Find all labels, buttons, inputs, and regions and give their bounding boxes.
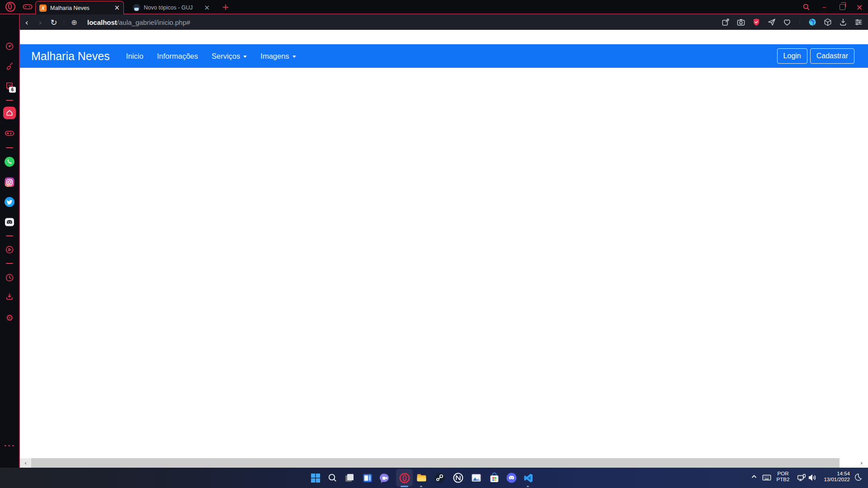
sidebar-divider (6, 263, 13, 264)
language-line2: PTB2 (777, 477, 790, 483)
opera-active-indicator (401, 486, 408, 487)
login-button[interactable]: Login (777, 48, 807, 64)
blue-sphere-extension-icon[interactable] (807, 17, 817, 27)
tab-strip: X Malharia Neves × Novo tópicos - GUJ × … (0, 0, 868, 14)
whatsapp-icon[interactable] (4, 156, 15, 167)
snapshot-camera-icon[interactable] (736, 17, 746, 27)
scroll-left-button[interactable]: ‹ (20, 458, 31, 468)
sidebar-divider (6, 235, 13, 236)
file-explorer-icon[interactable] (415, 472, 428, 484)
sidebar-divider (6, 147, 13, 148)
minimize-window-button[interactable]: – (816, 0, 832, 14)
discord-taskbar-icon[interactable] (505, 472, 518, 484)
downloads-sidebar-icon[interactable] (5, 292, 14, 301)
restore-icon (840, 4, 845, 10)
nav-link-label: Imagens (260, 52, 289, 61)
browser-tab-active[interactable]: X Malharia Neves × (35, 1, 124, 14)
toolbar-actions: ⋮ (721, 14, 863, 30)
windows-taskbar: POR PTB2 14:54 13/01/2022 (0, 468, 868, 488)
focus-assist-moon-icon[interactable] (853, 473, 863, 482)
microsoft-store-icon[interactable] (488, 472, 500, 484)
instagram-icon[interactable] (4, 177, 15, 188)
nav-dropdown-servicos[interactable]: Serviços (212, 52, 247, 61)
forward-button[interactable]: › (33, 18, 47, 27)
nav-links: Inicio Informações Serviços Imagens (126, 52, 296, 61)
scroll-right-button[interactable]: › (856, 458, 867, 468)
discord-sidebar-icon[interactable] (4, 217, 15, 228)
touch-keyboard-icon[interactable] (761, 473, 773, 483)
gx-gamepad-icon[interactable] (23, 3, 33, 13)
task-view-icon[interactable] (343, 472, 355, 484)
gx-control-gauge-icon[interactable] (5, 42, 14, 51)
search-tabs-icon[interactable] (798, 0, 814, 14)
scrollbar-thumb[interactable] (31, 458, 840, 468)
site-brand[interactable]: Malharia Neves (31, 50, 110, 63)
close-tab-icon[interactable]: × (114, 5, 120, 11)
horizontal-scrollbar[interactable]: ‹ › (20, 458, 868, 468)
nav-link-label: Serviços (212, 52, 240, 61)
start-button[interactable] (309, 472, 321, 484)
web-page: Malharia Neves Inicio Informações Serviç… (20, 30, 868, 468)
nav-link-informacoes[interactable]: Informações (157, 52, 198, 61)
gx-corner-gamepad-icon[interactable] (5, 129, 14, 138)
back-button[interactable]: ‹ (20, 18, 33, 27)
easy-setup-sliders-icon[interactable] (854, 17, 863, 27)
sidebar-overflow-icon[interactable]: ••• (4, 443, 15, 449)
tray-date: 13/01/2022 (824, 477, 850, 483)
downloads-icon[interactable] (838, 17, 848, 27)
new-tab-button[interactable]: + (220, 1, 231, 13)
cadastrar-button[interactable]: Cadastrar (810, 48, 854, 64)
opera-gx-taskbar-icon[interactable] (398, 472, 410, 484)
clock-date[interactable]: 14:54 13/01/2022 (814, 471, 850, 483)
content-accent-line (19, 14, 20, 468)
close-window-button[interactable]: × (852, 0, 867, 14)
pin-page-icon[interactable] (721, 17, 731, 27)
restore-window-button[interactable] (835, 0, 850, 14)
nav-link-inicio[interactable]: Inicio (126, 52, 144, 61)
my-flow-paper-plane-icon[interactable] (767, 17, 777, 27)
vscode-running-dot (527, 486, 529, 487)
adblock-shield-icon[interactable] (751, 17, 761, 27)
xampp-favicon: X (39, 5, 47, 12)
teams-chat-icon[interactable] (378, 472, 391, 484)
settings-gear-icon[interactable]: ⚙ (5, 313, 13, 323)
language-indicator[interactable]: POR PTB2 (772, 471, 794, 483)
twitter-icon[interactable] (4, 197, 15, 207)
network-icon[interactable] (796, 473, 807, 483)
chevron-down-icon (243, 56, 247, 58)
url-host: localhost (87, 19, 117, 26)
address-toolbar: ‹ › ↻ ⋮ ⊕ localhost/aula_gabriel/inicio.… (20, 14, 868, 30)
gx-sidebar: 6 ⚙ ••• (0, 14, 19, 468)
gx-cleaner-broom-icon[interactable] (5, 61, 14, 70)
twitch-badge: 6 (9, 87, 16, 93)
close-tab-icon[interactable]: × (204, 5, 210, 11)
speed-dial-home-button[interactable] (3, 107, 16, 119)
cube-icon[interactable] (823, 17, 833, 27)
steam-icon[interactable] (434, 472, 446, 484)
explorer-running-dot (420, 486, 422, 487)
toolbar-separator: ⋮ (61, 19, 66, 25)
player-icon[interactable] (5, 245, 14, 254)
n-logo-app-icon[interactable] (452, 472, 464, 484)
widgets-icon[interactable] (361, 472, 373, 484)
site-globe-icon[interactable]: ⊕ (67, 18, 81, 27)
nav-dropdown-imagens[interactable]: Imagens (260, 52, 296, 61)
bookmark-heart-icon[interactable] (782, 17, 792, 27)
opera-menu-icon[interactable] (5, 2, 15, 12)
tab-title: Malharia Neves (50, 5, 111, 11)
language-line1: POR (778, 471, 789, 477)
tray-chevron-up-icon[interactable] (750, 474, 759, 480)
taskbar-search-icon[interactable] (326, 472, 339, 484)
nav-link-label: Inicio (126, 52, 144, 61)
history-clock-icon[interactable] (5, 273, 14, 282)
tray-time: 14:54 (837, 471, 850, 477)
toolbar-separator: ⋮ (797, 20, 802, 25)
address-bar[interactable]: localhost/aula_gabriel/inicio.php# (87, 19, 190, 26)
nav-link-label: Informações (157, 52, 198, 61)
reload-button[interactable]: ↻ (47, 18, 61, 27)
browser-tab-inactive[interactable]: Novo tópicos - GUJ × (129, 1, 213, 14)
url-path: /aula_gabriel/inicio.php# (117, 19, 190, 26)
guj-favicon (133, 4, 140, 11)
vscode-icon[interactable] (522, 472, 534, 484)
photos-app-icon[interactable] (470, 472, 482, 484)
